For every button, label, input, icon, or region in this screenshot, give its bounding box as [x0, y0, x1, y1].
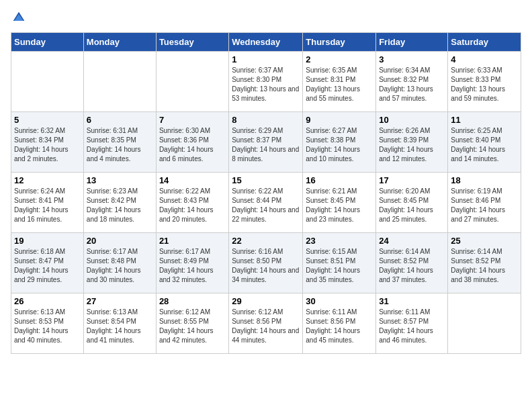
day-number: 23	[306, 236, 373, 246]
calendar-cell: 31Sunrise: 6:11 AM Sunset: 8:57 PM Dayli…	[376, 293, 448, 354]
calendar-cell: 15Sunrise: 6:22 AM Sunset: 8:44 PM Dayli…	[229, 173, 303, 233]
column-header-sunday: Sunday	[11, 33, 84, 52]
calendar-week-row: 12Sunrise: 6:24 AM Sunset: 8:41 PM Dayli…	[11, 173, 521, 233]
day-number: 6	[87, 115, 153, 125]
calendar-cell: 14Sunrise: 6:22 AM Sunset: 8:43 PM Dayli…	[156, 173, 228, 233]
calendar-cell: 12Sunrise: 6:24 AM Sunset: 8:41 PM Dayli…	[11, 173, 84, 233]
day-number: 19	[14, 236, 81, 246]
calendar-cell: 10Sunrise: 6:26 AM Sunset: 8:39 PM Dayli…	[376, 112, 448, 173]
calendar-cell: 7Sunrise: 6:30 AM Sunset: 8:36 PM Daylig…	[156, 112, 228, 173]
calendar-cell: 20Sunrise: 6:17 AM Sunset: 8:48 PM Dayli…	[83, 233, 156, 293]
page-header	[11, 11, 521, 24]
column-header-monday: Monday	[83, 33, 156, 52]
calendar-week-row: 1Sunrise: 6:37 AM Sunset: 8:30 PM Daylig…	[11, 52, 521, 112]
calendar-cell	[11, 52, 84, 112]
column-header-saturday: Saturday	[448, 33, 521, 52]
day-info: Sunrise: 6:34 AM Sunset: 8:32 PM Dayligh…	[379, 66, 445, 103]
logo-icon	[12, 11, 26, 24]
day-number: 26	[14, 296, 81, 306]
calendar-cell: 30Sunrise: 6:11 AM Sunset: 8:56 PM Dayli…	[303, 293, 376, 354]
day-number: 21	[159, 236, 226, 246]
calendar-cell	[83, 52, 156, 112]
calendar-cell: 2Sunrise: 6:35 AM Sunset: 8:31 PM Daylig…	[303, 52, 376, 112]
calendar-cell: 26Sunrise: 6:13 AM Sunset: 8:53 PM Dayli…	[11, 293, 84, 354]
day-info: Sunrise: 6:22 AM Sunset: 8:43 PM Dayligh…	[159, 187, 226, 224]
day-number: 14	[159, 175, 226, 185]
day-info: Sunrise: 6:25 AM Sunset: 8:40 PM Dayligh…	[451, 126, 518, 164]
day-number: 10	[379, 115, 445, 125]
day-number: 7	[159, 115, 226, 125]
calendar-week-row: 19Sunrise: 6:18 AM Sunset: 8:47 PM Dayli…	[11, 233, 521, 293]
day-number: 12	[14, 175, 81, 185]
calendar-cell: 3Sunrise: 6:34 AM Sunset: 8:32 PM Daylig…	[376, 52, 448, 112]
calendar-cell	[156, 52, 228, 112]
day-number: 24	[379, 236, 445, 246]
column-header-thursday: Thursday	[303, 33, 376, 52]
day-number: 1	[232, 54, 300, 64]
calendar-cell: 11Sunrise: 6:25 AM Sunset: 8:40 PM Dayli…	[448, 112, 521, 173]
day-info: Sunrise: 6:24 AM Sunset: 8:41 PM Dayligh…	[14, 187, 81, 224]
calendar-cell: 28Sunrise: 6:12 AM Sunset: 8:55 PM Dayli…	[156, 293, 228, 354]
day-info: Sunrise: 6:14 AM Sunset: 8:52 PM Dayligh…	[379, 247, 445, 285]
calendar-cell: 6Sunrise: 6:31 AM Sunset: 8:35 PM Daylig…	[83, 112, 156, 173]
calendar-cell: 19Sunrise: 6:18 AM Sunset: 8:47 PM Dayli…	[11, 233, 84, 293]
day-info: Sunrise: 6:11 AM Sunset: 8:56 PM Dayligh…	[306, 308, 373, 345]
day-number: 20	[87, 236, 153, 246]
day-info: Sunrise: 6:26 AM Sunset: 8:39 PM Dayligh…	[379, 126, 445, 164]
day-info: Sunrise: 6:29 AM Sunset: 8:37 PM Dayligh…	[232, 126, 300, 164]
calendar-cell: 1Sunrise: 6:37 AM Sunset: 8:30 PM Daylig…	[229, 52, 303, 112]
calendar-cell: 23Sunrise: 6:15 AM Sunset: 8:51 PM Dayli…	[303, 233, 376, 293]
calendar-cell: 16Sunrise: 6:21 AM Sunset: 8:45 PM Dayli…	[303, 173, 376, 233]
day-info: Sunrise: 6:23 AM Sunset: 8:42 PM Dayligh…	[87, 187, 153, 224]
day-number: 17	[379, 175, 445, 185]
calendar-cell: 21Sunrise: 6:17 AM Sunset: 8:49 PM Dayli…	[156, 233, 228, 293]
day-info: Sunrise: 6:19 AM Sunset: 8:46 PM Dayligh…	[451, 187, 518, 224]
calendar-header-row: SundayMondayTuesdayWednesdayThursdayFrid…	[11, 33, 521, 52]
calendar-cell: 17Sunrise: 6:20 AM Sunset: 8:45 PM Dayli…	[376, 173, 448, 233]
day-info: Sunrise: 6:13 AM Sunset: 8:53 PM Dayligh…	[14, 308, 81, 345]
calendar-cell: 18Sunrise: 6:19 AM Sunset: 8:46 PM Dayli…	[448, 173, 521, 233]
column-header-tuesday: Tuesday	[156, 33, 228, 52]
day-number: 2	[306, 54, 373, 64]
day-number: 22	[232, 236, 300, 246]
calendar-week-row: 5Sunrise: 6:32 AM Sunset: 8:34 PM Daylig…	[11, 112, 521, 173]
day-info: Sunrise: 6:31 AM Sunset: 8:35 PM Dayligh…	[87, 126, 153, 164]
calendar-cell: 5Sunrise: 6:32 AM Sunset: 8:34 PM Daylig…	[11, 112, 84, 173]
calendar-cell: 13Sunrise: 6:23 AM Sunset: 8:42 PM Dayli…	[83, 173, 156, 233]
column-header-friday: Friday	[376, 33, 448, 52]
calendar-cell: 9Sunrise: 6:27 AM Sunset: 8:38 PM Daylig…	[303, 112, 376, 173]
day-number: 3	[379, 54, 445, 64]
day-info: Sunrise: 6:20 AM Sunset: 8:45 PM Dayligh…	[379, 187, 445, 224]
day-info: Sunrise: 6:22 AM Sunset: 8:44 PM Dayligh…	[232, 187, 300, 224]
calendar-week-row: 26Sunrise: 6:13 AM Sunset: 8:53 PM Dayli…	[11, 293, 521, 354]
day-number: 13	[87, 175, 153, 185]
calendar-cell	[448, 293, 521, 354]
day-number: 30	[306, 296, 373, 306]
column-header-wednesday: Wednesday	[229, 33, 303, 52]
day-info: Sunrise: 6:30 AM Sunset: 8:36 PM Dayligh…	[159, 126, 226, 164]
day-number: 25	[451, 236, 518, 246]
day-info: Sunrise: 6:12 AM Sunset: 8:55 PM Dayligh…	[159, 308, 226, 345]
day-info: Sunrise: 6:17 AM Sunset: 8:48 PM Dayligh…	[87, 247, 153, 285]
calendar-cell: 8Sunrise: 6:29 AM Sunset: 8:37 PM Daylig…	[229, 112, 303, 173]
day-number: 31	[379, 296, 445, 306]
day-info: Sunrise: 6:35 AM Sunset: 8:31 PM Dayligh…	[306, 66, 373, 103]
day-number: 28	[159, 296, 226, 306]
day-number: 18	[451, 175, 518, 185]
day-info: Sunrise: 6:32 AM Sunset: 8:34 PM Dayligh…	[14, 126, 81, 164]
day-number: 8	[232, 115, 300, 125]
day-info: Sunrise: 6:18 AM Sunset: 8:47 PM Dayligh…	[14, 247, 81, 285]
day-number: 16	[306, 175, 373, 185]
day-info: Sunrise: 6:15 AM Sunset: 8:51 PM Dayligh…	[306, 247, 373, 285]
day-number: 27	[87, 296, 153, 306]
day-info: Sunrise: 6:13 AM Sunset: 8:54 PM Dayligh…	[87, 308, 153, 345]
day-info: Sunrise: 6:12 AM Sunset: 8:56 PM Dayligh…	[232, 308, 300, 345]
day-info: Sunrise: 6:37 AM Sunset: 8:30 PM Dayligh…	[232, 66, 300, 103]
calendar-cell: 24Sunrise: 6:14 AM Sunset: 8:52 PM Dayli…	[376, 233, 448, 293]
day-info: Sunrise: 6:11 AM Sunset: 8:57 PM Dayligh…	[379, 308, 445, 345]
calendar-cell: 27Sunrise: 6:13 AM Sunset: 8:54 PM Dayli…	[83, 293, 156, 354]
day-info: Sunrise: 6:27 AM Sunset: 8:38 PM Dayligh…	[306, 126, 373, 164]
calendar-cell: 22Sunrise: 6:16 AM Sunset: 8:50 PM Dayli…	[229, 233, 303, 293]
day-number: 29	[232, 296, 300, 306]
day-number: 9	[306, 115, 373, 125]
